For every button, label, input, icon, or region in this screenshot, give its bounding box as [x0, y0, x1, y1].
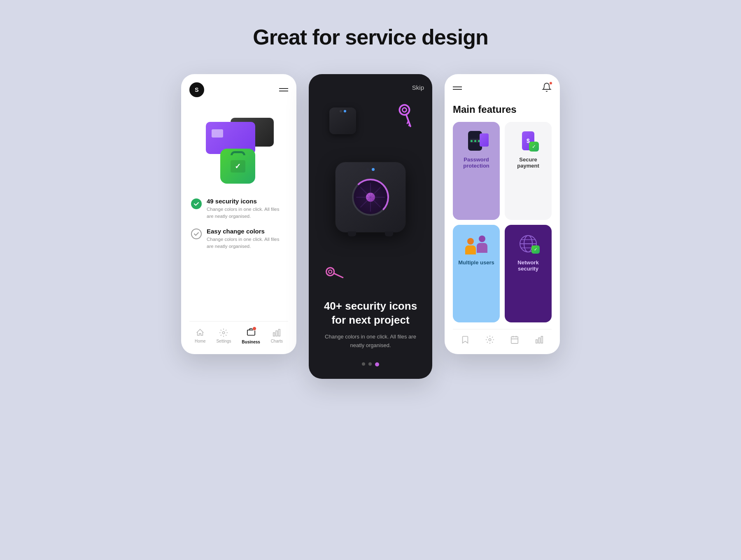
safe-dots-top [340, 110, 346, 112]
feature-item-2: Easy change colors Change colors in one … [191, 228, 287, 250]
screens-container: S [181, 74, 560, 379]
svg-rect-25 [541, 336, 543, 343]
secure-payment-icon: $ ✓ [514, 128, 543, 153]
sec-lock: ✓ [529, 142, 539, 152]
svg-rect-23 [536, 340, 538, 343]
screen2-text-content: 40+ security icons for next project Chan… [317, 295, 424, 354]
screen3-header [453, 82, 552, 94]
screen3-phone: Main features [445, 74, 560, 354]
password-protection-label: Password protection [458, 156, 495, 169]
key-bottom-left [323, 262, 345, 285]
check-outline-icon [191, 229, 202, 239]
network-security-icon: ✓ [514, 231, 543, 256]
screen2-content: Skip [309, 74, 432, 379]
lock-body: ✓ [231, 160, 245, 173]
nav-settings[interactable]: Settings [216, 328, 231, 343]
svg-rect-3 [276, 331, 278, 336]
feature-item-1: 49 security icons Change colors in one c… [191, 198, 287, 220]
svg-rect-2 [273, 333, 275, 336]
page-title: Great for service design [253, 25, 488, 49]
svg-point-0 [223, 331, 225, 334]
network-security-label: Network security [510, 259, 547, 272]
main-safe [336, 162, 405, 232]
pwd-dot-1 [471, 140, 473, 142]
password-protection-icon [462, 128, 491, 153]
svg-line-9 [409, 124, 410, 126]
screen3-nav-bookmark[interactable] [461, 335, 470, 344]
password-protection-card[interactable]: Password protection [453, 122, 500, 220]
dot-3 [375, 362, 379, 366]
feature-list: 49 security icons Change colors in one c… [189, 198, 288, 313]
net-lock: ✓ [531, 245, 540, 254]
business-badge [247, 327, 256, 338]
nav-home[interactable]: Home [195, 328, 206, 343]
svg-rect-1 [247, 330, 254, 335]
nav-charts[interactable]: Charts [271, 328, 283, 343]
screen2-phone: Skip [309, 74, 432, 379]
feature-1-text: 49 security icons Change colors in one c… [207, 198, 287, 220]
svg-line-12 [334, 271, 343, 280]
dot-1 [362, 362, 365, 366]
svg-line-8 [407, 121, 408, 123]
svg-point-11 [328, 269, 332, 273]
screen3-bottom-nav [453, 329, 552, 346]
user-2 [477, 236, 487, 253]
safe-foot-left [348, 231, 356, 236]
screen1-phone: S [181, 74, 296, 354]
secure-payment-label: Secure payment [510, 156, 547, 169]
feature-2-text: Easy change colors Change colors in one … [207, 228, 287, 250]
svg-point-18 [489, 338, 491, 341]
safe-dial [352, 179, 389, 216]
nav-business[interactable]: Business [242, 327, 260, 344]
svg-rect-19 [511, 337, 518, 344]
pwd-dot-2 [474, 140, 476, 142]
pwd-input [470, 139, 480, 143]
safe-foot-right [385, 231, 393, 236]
lock-arch [231, 151, 245, 155]
check-filled-icon [191, 198, 202, 209]
screen1-illustration: ✓ [189, 105, 288, 188]
screen3-hamburger[interactable] [453, 86, 462, 90]
main-features-heading: Main features [453, 104, 552, 115]
pwd-card-overlay [480, 133, 489, 147]
avatar: S [189, 82, 204, 97]
screen2-header: Skip [317, 84, 424, 91]
features-grid: Password protection $ ✓ Secure payment [453, 122, 552, 322]
network-security-card[interactable]: ✓ Network security [505, 225, 552, 323]
multiple-users-icon [462, 231, 491, 256]
screen3-nav-charts[interactable] [535, 335, 544, 344]
check-icon: ✓ [235, 162, 241, 171]
svg-rect-4 [279, 329, 280, 336]
card-chip [212, 129, 223, 138]
screen2-illustration [317, 99, 424, 295]
dot-2 [368, 362, 372, 366]
secure-payment-card[interactable]: $ ✓ Secure payment [505, 122, 552, 220]
screen1-content: S [181, 74, 296, 354]
svg-point-6 [402, 107, 407, 112]
small-safe [329, 107, 356, 134]
multiple-users-label: Multiple users [458, 259, 494, 266]
screen3-nav-settings[interactable] [485, 335, 494, 344]
pagination-dots [317, 362, 424, 366]
safe-indicator-dots [366, 168, 375, 171]
svg-point-10 [325, 266, 336, 277]
screen1-header: S [189, 82, 288, 97]
user-1 [465, 238, 476, 254]
svg-rect-24 [538, 338, 540, 343]
skip-button[interactable]: Skip [412, 84, 424, 91]
lock-illustration: ✓ [220, 149, 255, 184]
svg-point-5 [398, 103, 411, 117]
screen3-nav-calendar[interactable] [510, 335, 519, 344]
screen1-bottom-nav: Home Settings Business Charts [189, 321, 288, 346]
key-illustration [391, 100, 419, 129]
notification-badge [549, 82, 552, 85]
notification-icon[interactable] [542, 82, 552, 94]
screen3-content: Main features [445, 74, 560, 354]
hamburger-menu[interactable] [279, 88, 288, 91]
multiple-users-card[interactable]: Multiple users [453, 225, 500, 323]
